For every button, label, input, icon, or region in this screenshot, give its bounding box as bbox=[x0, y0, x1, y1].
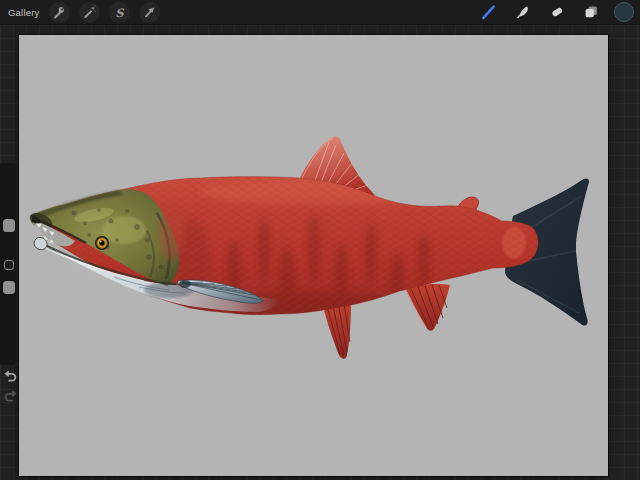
gallery-button[interactable]: Gallery bbox=[8, 7, 40, 18]
salmon-anal-fin bbox=[405, 284, 450, 331]
salmon-eye bbox=[95, 236, 109, 250]
right-tool-group bbox=[478, 2, 640, 23]
smudge-finger-icon bbox=[515, 4, 531, 20]
paint-tool-button[interactable] bbox=[478, 2, 499, 23]
wrench-icon bbox=[52, 5, 67, 20]
procreate-window: Gallery bbox=[0, 0, 640, 480]
eraser-icon bbox=[549, 4, 565, 20]
top-toolbar: Gallery bbox=[0, 0, 640, 25]
sidebar bbox=[0, 163, 18, 365]
left-tool-group: S bbox=[49, 2, 160, 23]
svg-text:S: S bbox=[115, 5, 125, 19]
transform-button[interactable] bbox=[139, 2, 160, 23]
brush-icon bbox=[480, 4, 497, 21]
workspace-background bbox=[0, 25, 640, 480]
transform-arrow-icon bbox=[142, 5, 157, 20]
layers-icon bbox=[583, 4, 599, 20]
redo-button[interactable] bbox=[3, 389, 19, 404]
opacity-handle[interactable] bbox=[3, 281, 15, 294]
drawing-canvas[interactable] bbox=[19, 35, 608, 476]
selection-button[interactable]: S bbox=[109, 2, 130, 23]
erase-tool-button[interactable] bbox=[546, 2, 567, 23]
magic-wand-icon bbox=[82, 5, 97, 20]
smudge-tool-button[interactable] bbox=[512, 2, 533, 23]
salmon-artwork bbox=[19, 35, 608, 476]
brush-size-handle[interactable] bbox=[3, 219, 15, 232]
actions-button[interactable] bbox=[49, 2, 70, 23]
adjustments-button[interactable] bbox=[79, 2, 100, 23]
color-swatch-button[interactable] bbox=[614, 2, 634, 22]
selection-s-icon: S bbox=[112, 5, 127, 20]
undo-button[interactable] bbox=[2, 369, 18, 384]
modify-button[interactable] bbox=[4, 260, 14, 270]
layers-button[interactable] bbox=[580, 2, 601, 23]
undo-arrow-icon bbox=[2, 372, 18, 387]
redo-arrow-icon bbox=[3, 392, 19, 407]
